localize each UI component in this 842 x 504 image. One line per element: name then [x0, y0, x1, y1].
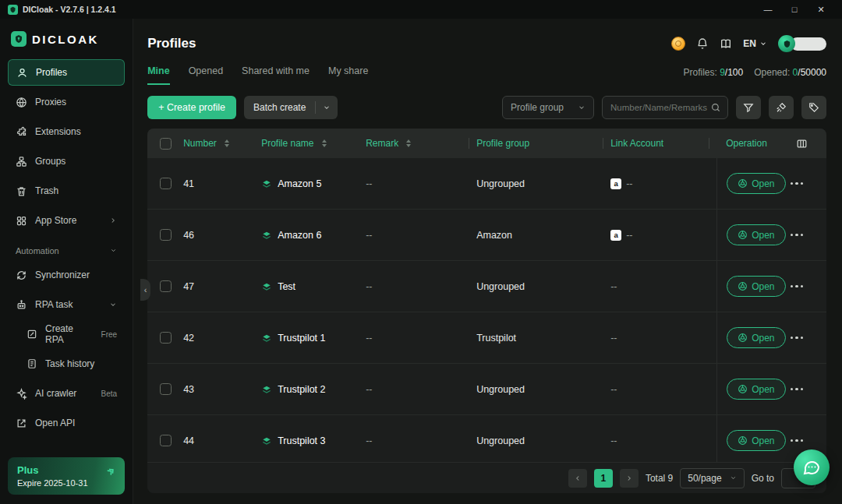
batch-create-label: Batch create: [244, 102, 315, 113]
row-remark-cell: --: [366, 384, 476, 395]
dicloak-logo-icon: [11, 31, 27, 47]
sidebar-item-extensions[interactable]: Extensions: [8, 118, 125, 145]
header-actions: EN: [671, 35, 826, 52]
batch-create-button[interactable]: Batch create: [244, 96, 338, 119]
row-remark-cell: --: [366, 333, 476, 344]
column-settings-icon[interactable]: [796, 138, 808, 150]
row-profile-group-cell: Ungrouped: [476, 384, 610, 395]
tabs: Mine Opened Shared with me My share: [147, 65, 368, 85]
sidebar-item-synchronizer[interactable]: Synchronizer: [8, 262, 125, 288]
sidebar-item-ai-crawler[interactable]: AI crawler Beta: [8, 380, 125, 407]
sidebar-item-task-history[interactable]: Task history: [8, 351, 125, 377]
plus-subscription-card[interactable]: Plus Expire 2025-10-31: [8, 457, 125, 495]
open-button[interactable]: Open: [727, 224, 785, 245]
search-input[interactable]: [609, 102, 710, 113]
page-1-button[interactable]: 1: [594, 469, 613, 488]
open-button[interactable]: Open: [727, 276, 785, 297]
support-chat-button[interactable]: [794, 449, 830, 485]
maximize-button[interactable]: □: [781, 0, 808, 19]
row-checkbox[interactable]: [160, 178, 172, 189]
sidebar-item-trash[interactable]: Trash: [8, 178, 125, 204]
sidebar-item-label: Task history: [45, 358, 94, 369]
sidebar-item-create-rpa[interactable]: Create RPA Free: [8, 321, 125, 347]
more-options-button[interactable]: [791, 337, 804, 340]
page-title: Profiles: [147, 36, 196, 51]
row-profile-name-cell: Trustpilot 2: [261, 384, 366, 395]
row-checkbox[interactable]: [160, 229, 172, 241]
sidebar-item-label: Profiles: [36, 67, 67, 78]
sidebar-item-open-api[interactable]: Open API: [8, 410, 125, 436]
col-link-account-label: Link Account: [610, 138, 663, 149]
rewards-coin-icon[interactable]: [671, 37, 685, 51]
row-select-cell: [147, 229, 183, 241]
row-checkbox[interactable]: [160, 435, 172, 446]
row-profile-name-cell: Trustpilot 3: [261, 435, 366, 446]
create-profile-button[interactable]: + Create profile: [147, 96, 236, 119]
sort-icon[interactable]: [406, 139, 411, 147]
language-selector[interactable]: EN: [743, 38, 767, 49]
sidebar-item-rpa-task[interactable]: RPA task: [8, 291, 125, 318]
user-pill[interactable]: [791, 37, 826, 51]
row-link-account-cell: --: [610, 333, 716, 344]
sidebar-item-proxies[interactable]: Proxies: [8, 89, 125, 115]
more-options-button[interactable]: [791, 285, 804, 288]
clean-button[interactable]: [769, 96, 794, 119]
row-checkbox[interactable]: [160, 280, 172, 292]
row-number: 46: [183, 230, 194, 241]
sidebar-collapse-handle[interactable]: ‹: [140, 279, 150, 301]
row-link-account-cell: --: [610, 281, 716, 292]
more-options-button[interactable]: [791, 182, 804, 185]
col-number[interactable]: Number: [183, 138, 261, 149]
chevron-down-icon[interactable]: [316, 104, 338, 111]
chevron-down-icon: [578, 104, 586, 111]
sidebar-item-groups[interactable]: Groups: [8, 148, 125, 174]
open-button[interactable]: Open: [727, 430, 785, 451]
tab-shared-with-me[interactable]: Shared with me: [242, 65, 310, 85]
avatar[interactable]: [778, 35, 795, 52]
col-profile-group: Profile group: [476, 138, 610, 149]
row-profile-group: Ungrouped: [476, 435, 525, 446]
docs-book-icon[interactable]: [720, 37, 732, 50]
row-checkbox[interactable]: [160, 332, 172, 344]
tab-mine[interactable]: Mine: [147, 65, 169, 85]
sidebar-item-app-store[interactable]: App Store: [8, 207, 125, 234]
close-button[interactable]: ✕: [808, 0, 834, 19]
tab-opened[interactable]: Opened: [189, 65, 223, 85]
row-number: 43: [183, 384, 194, 395]
main-content: Profiles EN: [133, 19, 842, 504]
minimize-button[interactable]: —: [755, 0, 781, 19]
more-options-button[interactable]: [791, 439, 804, 442]
free-badge: Free: [101, 330, 118, 339]
tag-button[interactable]: [801, 96, 826, 119]
notifications-bell-icon[interactable]: [696, 37, 709, 50]
more-options-button[interactable]: [791, 388, 804, 391]
page-size-select[interactable]: 50/page: [680, 468, 744, 488]
sidebar-item-profiles[interactable]: Profiles: [8, 59, 125, 86]
language-label: EN: [743, 38, 756, 49]
open-button[interactable]: Open: [727, 173, 785, 194]
row-checkbox[interactable]: [160, 383, 172, 395]
profile-group-select[interactable]: Profile group: [502, 96, 594, 119]
next-page-button[interactable]: [620, 469, 639, 488]
create-rpa-icon: [27, 329, 37, 340]
col-profile-name[interactable]: Profile name: [261, 138, 366, 149]
select-all-checkbox[interactable]: [160, 138, 172, 150]
sort-icon[interactable]: [322, 139, 327, 147]
prev-page-button[interactable]: [568, 469, 587, 488]
col-remark[interactable]: Remark: [366, 138, 476, 149]
row-profile-name: Amazon 6: [278, 230, 321, 241]
sidebar-item-label: Synchronizer: [35, 270, 90, 280]
search-icon[interactable]: [710, 102, 721, 113]
sidebar-item-label: Trash: [35, 185, 58, 196]
automation-section[interactable]: Automation: [8, 240, 125, 262]
automation-label: Automation: [16, 246, 59, 256]
account-area[interactable]: [778, 35, 826, 52]
sort-icon[interactable]: [225, 139, 229, 147]
groups-icon: [16, 156, 27, 167]
open-button[interactable]: Open: [727, 327, 785, 348]
more-options-button[interactable]: [791, 234, 804, 237]
tab-my-share[interactable]: My share: [328, 65, 368, 85]
table-row: 47 Test -- Ungrouped -- Open: [147, 261, 826, 312]
open-button[interactable]: Open: [727, 379, 785, 400]
filter-button[interactable]: [736, 96, 761, 119]
